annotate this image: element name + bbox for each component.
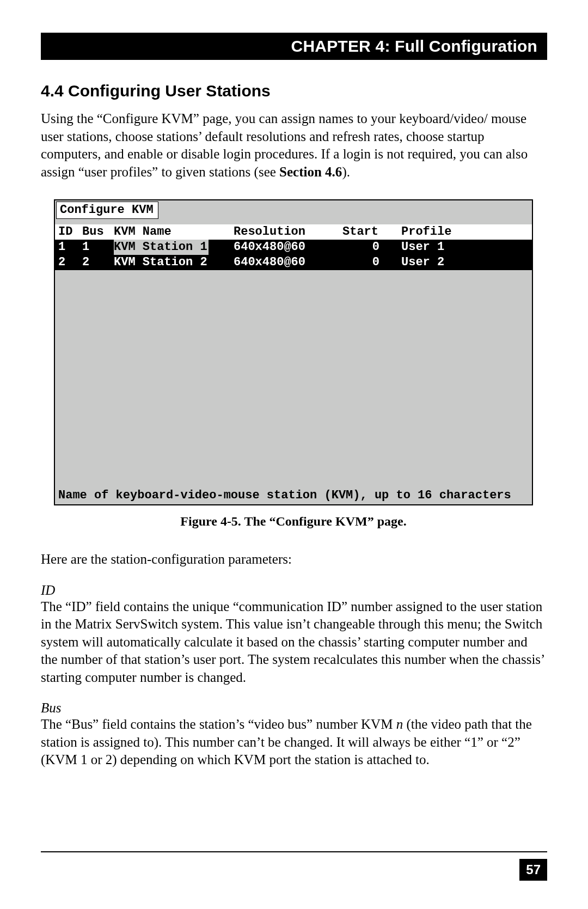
param-bus-label: Bus — [41, 700, 547, 716]
col-profile: Profile — [401, 224, 510, 240]
table-row: 22KVM Station 2640x480@600User 2 — [55, 255, 532, 270]
cell-resolution: 640x480@60 — [234, 240, 342, 255]
cell-kvm-name: KVM Station 1 — [114, 240, 234, 255]
param-id-text: The “ID” field contains the unique “comm… — [41, 598, 547, 687]
terminal-help-line: Name of keyboard-video-mouse station (KV… — [55, 488, 532, 504]
table-row: 11KVM Station 1640x480@600User 1 — [55, 240, 532, 255]
figure-caption: Figure 4-5. The “Configure KVM” page. — [54, 514, 533, 529]
cell-bus: 1 — [82, 240, 114, 255]
terminal-empty-area — [55, 270, 532, 488]
param-bus-text: The “Bus” field contains the station’s “… — [41, 716, 547, 769]
cell-start: 0 — [342, 240, 401, 255]
cell-profile: User 1 — [401, 240, 510, 255]
col-bus: Bus — [82, 224, 114, 240]
col-kvm-name: KVM Name — [114, 224, 234, 240]
chapter-header: CHAPTER 4: Full Configuration — [41, 33, 547, 60]
col-resolution: Resolution — [234, 224, 342, 240]
cell-kvm-name: KVM Station 2 — [114, 255, 234, 270]
params-intro: Here are the station-configuration param… — [41, 551, 547, 569]
cell-id: 1 — [58, 240, 82, 255]
section-title: 4.4 Configuring User Stations — [41, 82, 547, 100]
configure-kvm-screen: Configure KVM ID Bus KVM Name Resolution… — [54, 199, 533, 505]
terminal-title: Configure KVM — [56, 202, 158, 219]
terminal-rows: 11KVM Station 1640x480@600User 122KVM St… — [55, 240, 532, 270]
cell-id: 2 — [58, 255, 82, 270]
terminal-column-headers: ID Bus KVM Name Resolution Start Profile — [55, 224, 532, 240]
param-id-label: ID — [41, 583, 547, 598]
cell-resolution: 640x480@60 — [234, 255, 342, 270]
footer-rule — [41, 851, 547, 852]
col-start: Start — [342, 224, 401, 240]
cell-profile: User 2 — [401, 255, 510, 270]
cell-start: 0 — [342, 255, 401, 270]
intro-paragraph: Using the “Configure KVM” page, you can … — [41, 110, 547, 181]
cell-bus: 2 — [82, 255, 114, 270]
col-id: ID — [58, 224, 82, 240]
figure-4-5: Configure KVM ID Bus KVM Name Resolution… — [54, 199, 533, 529]
page-number: 57 — [519, 859, 547, 881]
